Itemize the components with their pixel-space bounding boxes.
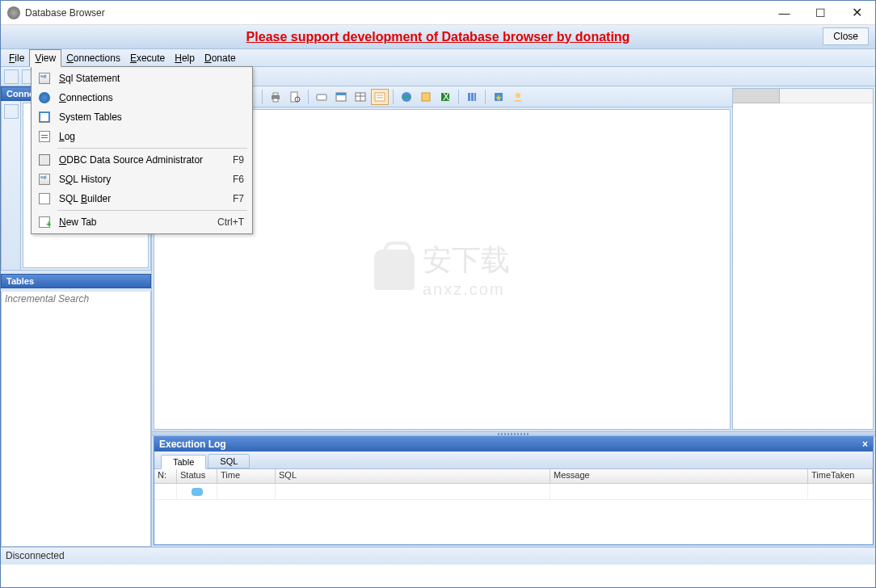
tables-search-input[interactable] — [2, 292, 150, 306]
window-title: Database Browser — [25, 7, 766, 19]
tb-columns[interactable] — [463, 89, 481, 105]
col-timetaken[interactable]: TimeTaken — [808, 469, 873, 483]
view-sql-builder[interactable]: SQL BuilderF7 — [33, 189, 251, 208]
sql-icon — [39, 73, 50, 84]
col-sql[interactable]: SQL — [276, 469, 550, 483]
execlog-grid: N: Status Time SQL Message TimeTaken — [154, 469, 873, 544]
tb-form[interactable] — [332, 89, 350, 105]
col-n[interactable]: N: — [154, 469, 177, 483]
tb-grid[interactable] — [352, 89, 369, 105]
odbc-icon — [39, 154, 50, 166]
view-new-tab[interactable]: New TabCtrl+T — [33, 212, 251, 232]
execlog-tab-sql[interactable]: SQL — [208, 454, 250, 468]
execlog-tab-table[interactable]: Table — [161, 455, 206, 469]
execlog-header: Execution Log × — [154, 437, 873, 452]
col-time[interactable]: Time — [217, 469, 276, 483]
donate-link[interactable]: Please support development of Database b… — [246, 30, 630, 44]
tb-card[interactable] — [313, 89, 331, 105]
separator — [57, 210, 247, 211]
grid-row[interactable] — [154, 484, 873, 500]
builder-icon — [39, 193, 50, 204]
view-odbc[interactable]: ODBC Data Source AdministratorF9 — [33, 150, 251, 170]
svg-rect-10 — [273, 99, 278, 102]
tb-globe[interactable] — [398, 89, 415, 105]
svg-rect-23 — [422, 93, 430, 101]
tb-detail[interactable] — [371, 89, 389, 105]
svg-text:X: X — [443, 91, 449, 103]
watermark: 安下载 anxz.com — [374, 241, 510, 299]
svg-rect-15 — [336, 93, 346, 95]
view-connections[interactable]: Connections — [33, 88, 251, 107]
side-grid-panel — [732, 88, 874, 430]
menu-help[interactable]: Help — [170, 50, 200, 66]
log-icon — [39, 131, 50, 142]
tb-print[interactable] — [267, 89, 284, 105]
title-bar: Database Browser — ☐ ✕ — [1, 1, 875, 25]
app-icon — [7, 6, 20, 19]
menu-connections[interactable]: Connections — [61, 50, 125, 66]
globe-icon — [39, 92, 50, 103]
right-column: X 安下载 anxz.com — [152, 86, 875, 547]
sql-icon — [39, 174, 50, 185]
svg-point-31 — [516, 93, 520, 98]
table-icon — [39, 111, 50, 123]
execlog-tabs: Table SQL — [154, 452, 873, 469]
svg-rect-27 — [471, 93, 474, 101]
svg-rect-26 — [468, 93, 470, 101]
status-bar: Disconnected — [1, 547, 875, 565]
conn-tool-1[interactable] — [4, 104, 19, 119]
tables-panel-header: Tables — [1, 274, 151, 288]
tables-panel — [1, 292, 151, 547]
view-system-tables[interactable]: System Tables — [33, 107, 251, 127]
col-message[interactable]: Message — [550, 469, 808, 483]
view-log[interactable]: Log — [33, 127, 251, 146]
menu-view[interactable]: View — [29, 49, 61, 67]
view-sql-statement[interactable]: Sql Statement — [33, 69, 251, 88]
view-sql-history[interactable]: SQL HistoryF6 — [33, 170, 251, 189]
col-status[interactable]: Status — [177, 469, 217, 483]
tb-preview[interactable] — [286, 89, 304, 105]
svg-rect-19 — [375, 93, 385, 101]
close-window-button[interactable]: ✕ — [839, 1, 875, 24]
connections-toolbar — [2, 101, 21, 270]
svg-rect-9 — [273, 93, 278, 95]
donate-banner: Please support development of Database b… — [1, 25, 875, 49]
view-dropdown: Sql Statement Connections System Tables … — [31, 66, 253, 234]
tb-excel[interactable]: X — [436, 89, 454, 105]
execution-log-panel: Execution Log × Table SQL N: Status Time… — [154, 436, 874, 545]
minimize-button[interactable]: — — [766, 1, 802, 24]
tb-wizard[interactable] — [490, 89, 507, 105]
banner-close-button[interactable]: Close — [823, 27, 869, 45]
execlog-close-icon[interactable]: × — [862, 439, 868, 450]
menu-donate[interactable]: Donate — [200, 50, 241, 66]
status-bubble-icon — [192, 488, 203, 496]
maximize-button[interactable]: ☐ — [802, 1, 839, 24]
toolbar-sql-button[interactable] — [4, 69, 19, 84]
menu-execute[interactable]: Execute — [125, 50, 170, 66]
tb-export[interactable] — [417, 89, 435, 105]
separator — [57, 148, 247, 149]
new-tab-icon — [39, 216, 50, 228]
status-text: Disconnected — [6, 550, 65, 561]
menu-bar: File View Connections Execute Help Donat… — [1, 49, 875, 67]
svg-rect-28 — [474, 93, 476, 101]
tb-user[interactable] — [509, 89, 527, 105]
svg-rect-13 — [317, 94, 326, 100]
menu-file[interactable]: File — [4, 50, 29, 66]
